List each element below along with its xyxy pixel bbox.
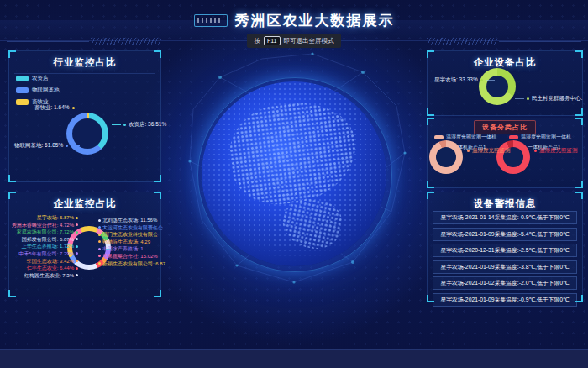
enterprise-label: 鸭踏浜生态农场: 4.29 (98, 239, 150, 244)
globe-continent-dots (224, 96, 361, 209)
panel-title: 设备警报信息 (428, 192, 582, 210)
corner-bracket (154, 175, 161, 182)
corner-bracket (8, 175, 16, 182)
legend-item: 物联网基地 (16, 87, 60, 94)
label-dot (98, 248, 101, 250)
label-dot (76, 245, 78, 248)
callout-dot (467, 150, 470, 152)
divider (14, 73, 155, 74)
callout-label: 民主村党群服务中心: (515, 95, 582, 103)
corner-bracket (427, 192, 434, 199)
corner-bracket (427, 108, 434, 116)
corner-bracket (8, 50, 16, 58)
callout-text: 物联网基地: 61.85% (14, 142, 63, 150)
enterprise-label: 新颖生态农业有限公司: 6.87 (98, 261, 165, 266)
label-dot (98, 234, 101, 236)
enterprise-label-text: 红梅园生态农业: 7.3% (24, 273, 74, 278)
legend-label: 农资店 (32, 75, 49, 82)
footer-bar (0, 349, 588, 368)
panel-device-alarms: 设备警报信息 星宇农场-2021-01-14采集温度:-0.9℃,低于下限0℃星… (427, 192, 583, 302)
enterprise-label-text: 秀洲禾香蜂业合作社: 4.72% (12, 223, 74, 228)
fullscreen-hint: 按 F11 即可退出全屏模式 (247, 34, 340, 48)
callout-dot (480, 79, 483, 81)
enterprise-label: 中禾5年有限公司: 7.29% (18, 251, 78, 256)
corner-bracket (8, 192, 16, 199)
enterprise-label: 瓜果蔬菜合作社: 15.02% (98, 254, 158, 259)
corner-bracket (575, 118, 583, 125)
callout-text: 温湿度光照监测一 (539, 147, 583, 155)
leader-line (515, 98, 524, 99)
legend-label: 温湿度光照监测一体机 (446, 134, 496, 141)
dashboard-screen: 秀洲区农业大数据展示 按 F11 即可退出全屏模式 行业监控占比 农资店物联网基… (0, 0, 588, 368)
panel-industry-monitor: 行业监控占比 农资店物联网基地畜牧业 畜牧业: 1.64% 农资店: 36.51… (8, 50, 161, 182)
alarm-row: 星宇农场-2021-01-14采集温度:-0.9℃,低于下限0℃ (433, 211, 577, 224)
corner-bracket (575, 108, 583, 116)
callout-text: 温湿度光照监测一 (472, 147, 516, 155)
corner-bracket (154, 192, 161, 199)
callout-text: 畜牧业: 1.64% (34, 104, 70, 112)
label-dot (76, 238, 78, 240)
alarm-row: 星宇农场-2020-12-31采集温度:-2.5℃,低于下限0℃ (433, 244, 577, 257)
hint-prefix: 按 (254, 37, 260, 45)
enterprise-label: 北刘荡生态农场: 11.56% (98, 218, 157, 223)
enterprise-label: 家庭农场有限公司: 7.72% (17, 229, 78, 234)
enterprise-label: 丰源水产养殖场: 1. (98, 246, 144, 251)
corner-bracket (427, 295, 434, 302)
callout-label: 物联网基地: 61.85% (14, 142, 80, 150)
alarm-row: 星宇农场-2021-01-09采集温度:-3.8℃,低于下限0℃ (433, 260, 577, 274)
enterprise-labels-right: 北刘荡生态农场: 11.56%大运河生态农业有限责任公陆门生态农业科技有限公鸭踏… (98, 218, 162, 268)
enterprise-label: 国邦发有限公司: 6.87% (22, 237, 78, 242)
corner-bracket (8, 290, 16, 297)
enterprise-label-text: 上华生态养殖场: 1.72% (22, 244, 74, 249)
enterprise-label: 仁丰生态农业: 6.44% (27, 265, 78, 271)
enterprise-label-text: 中禾5年有限公司: 7.29% (18, 251, 74, 256)
enterprise-label: 星宇农场: 6.87% (37, 215, 78, 220)
label-dot (76, 231, 78, 234)
corner-bracket (575, 50, 583, 58)
label-dot (98, 255, 101, 257)
industry-legend: 农资店物联网基地畜牧业 (16, 75, 60, 106)
leader-line (486, 80, 495, 81)
enterprise-label-text: 瓜果蔬菜合作社: 15.02% (102, 254, 158, 259)
panel-title: 企业设备占比 (428, 51, 582, 69)
leader-line (77, 108, 87, 108)
legend-item: 温湿度光照监测一体机 (509, 134, 571, 141)
page-title: 秀洲区农业大数据展示 (235, 11, 395, 30)
enterprise-label-text: 陆门生态农业科技有限公 (102, 232, 158, 237)
f11-keycap: F11 (264, 36, 281, 45)
corner-bracket (154, 290, 161, 297)
corner-bracket (427, 50, 434, 58)
callout-text: 民主村党群服务中心: (532, 95, 582, 103)
callout-text: 星宇农场: 33.33% (434, 76, 478, 84)
enterprise-label-text: 大运河生态农业有限责任公 (102, 225, 163, 230)
donut-hole (436, 147, 456, 167)
callout-dot (66, 145, 68, 147)
enterprise-label: 李国生态农场: 3.42% (27, 259, 78, 264)
callout-label: 温湿度光照监测一 (534, 147, 583, 155)
enterprise-label: 上华生态养殖场: 1.72% (22, 244, 78, 249)
label-dot (98, 262, 101, 265)
alarm-row: 星宇农场-2021-01-02采集温度:-2.0℃,低于下限0℃ (433, 276, 577, 290)
alarm-row: 星宇农场-2021-01-09采集温度:-5.4℃,低于下限0℃ (433, 228, 577, 241)
enterprise-label-text: 国邦发有限公司: 6.87% (22, 237, 74, 242)
fullscreen-hint-wrap: 按 F11 即可退出全屏模式 (0, 34, 588, 48)
panel-enterprise-device: 企业设备占比 星宇农场: 33.33% 民主村党群服务中心: (427, 50, 583, 116)
enterprise-label: 大运河生态农业有限责任公 (98, 225, 163, 230)
label-dot (76, 252, 78, 255)
header: 秀洲区农业大数据展示 (0, 11, 588, 30)
label-dot (76, 267, 78, 270)
enterprise-label-text: 丰源水产养殖场: 1. (102, 246, 144, 251)
enterprise-label-text: 北刘荡生态农场: 11.56% (102, 218, 157, 223)
callout-text: 农资店: 36.51% (129, 121, 166, 129)
enterprise-labels-left: 星宇农场: 6.87%秀洲禾香蜂业合作社: 4.72%家庭农场有限公司: 7.7… (11, 215, 78, 280)
enterprise-label-text: 家庭农场有限公司: 7.72% (17, 229, 74, 234)
callout-dot (123, 124, 126, 126)
enterprise-label-text: 李国生态农场: 3.42% (27, 259, 74, 264)
label-dot (98, 219, 101, 222)
legend-swatch (434, 135, 444, 139)
leader-line (112, 124, 121, 125)
legend-swatch (509, 135, 518, 139)
callout-label: 农资店: 36.51% (112, 121, 166, 129)
enterprise-label: 红梅园生态农业: 7.3% (24, 273, 78, 278)
label-dot (98, 240, 101, 243)
